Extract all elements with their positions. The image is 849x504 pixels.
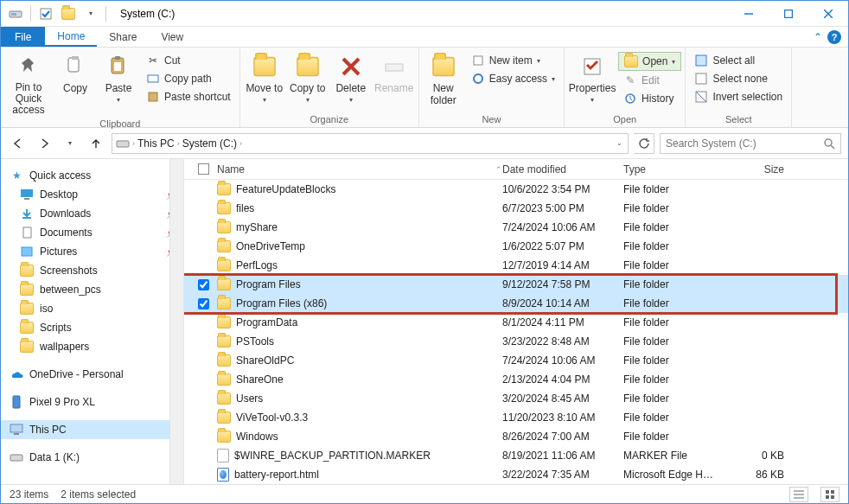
new-folder-button[interactable]: New folder — [423, 49, 464, 106]
table-row[interactable]: ProgramData8/1/2024 4:11 PMFile folder — [184, 313, 848, 332]
cut-button[interactable]: ✂Cut — [141, 52, 236, 69]
rename-button[interactable]: Rename — [373, 49, 415, 94]
sidebar-data1[interactable]: Data 1 (K:) — [1, 448, 183, 467]
col-type[interactable]: Type — [623, 163, 727, 175]
select-all-checkbox[interactable] — [198, 163, 209, 175]
home-tab[interactable]: Home — [45, 27, 97, 47]
svg-rect-24 — [117, 141, 129, 147]
properties-button[interactable]: Properties▾ — [568, 49, 616, 104]
copy-icon — [61, 53, 89, 80]
new-item-button[interactable]: New item ▾ — [466, 52, 560, 69]
qat-folder-icon[interactable] — [59, 4, 78, 23]
breadcrumb-drive[interactable]: System (C:) — [182, 137, 237, 150]
help-icon[interactable]: ? — [827, 30, 841, 44]
address-bar[interactable]: › This PC › System (C:) › ⌄ — [112, 133, 629, 154]
history-button[interactable]: History — [618, 90, 681, 107]
table-row[interactable]: PSTools3/23/2022 8:48 AMFile folder — [184, 332, 848, 351]
table-row[interactable]: battery-report.html3/22/2024 7:35 AMMicr… — [184, 465, 848, 484]
recent-button[interactable]: ▾ — [60, 133, 80, 154]
row-type: File folder — [623, 373, 727, 386]
refresh-button[interactable] — [634, 133, 654, 154]
search-box[interactable] — [660, 133, 841, 154]
delete-button[interactable]: Delete▾ — [330, 49, 372, 104]
view-tab[interactable]: View — [149, 27, 195, 47]
back-button[interactable] — [8, 133, 29, 154]
table-row[interactable]: ShareOldPC7/24/2024 10:06 AMFile folder — [184, 351, 848, 370]
row-checkbox[interactable] — [198, 279, 209, 290]
maximize-button[interactable] — [769, 1, 808, 27]
sidebar-onedrive[interactable]: OneDrive - Personal — [1, 365, 183, 384]
svg-rect-22 — [696, 73, 706, 84]
breadcrumb-thispc[interactable]: This PC — [137, 137, 175, 150]
easy-access-button[interactable]: Easy access ▾ — [466, 70, 560, 87]
sidebar-scripts[interactable]: Scripts — [1, 318, 183, 337]
col-size[interactable]: Size — [727, 163, 796, 175]
new-group-label: New — [423, 112, 560, 127]
invert-selection-button[interactable]: Invert selection — [689, 88, 788, 105]
table-row[interactable]: Program Files9/12/2024 7:58 PMFile folde… — [184, 275, 848, 294]
thumbnails-view-button[interactable] — [820, 487, 839, 502]
statusbar: 23 items 2 items selected — [1, 484, 848, 503]
col-date[interactable]: Date modified — [502, 163, 623, 175]
svg-rect-4 — [785, 10, 793, 17]
sidebar-thispc[interactable]: This PC — [1, 420, 183, 439]
paste-button[interactable]: Paste ▾ — [98, 49, 139, 104]
edit-button[interactable]: ✎Edit — [618, 72, 681, 89]
open-group-label: Open — [568, 112, 681, 127]
sidebar-documents[interactable]: Documents📌 — [1, 223, 183, 242]
move-to-button[interactable]: Move to▾ — [244, 49, 285, 104]
sidebar-pictures[interactable]: Pictures📌 — [1, 242, 183, 261]
close-button[interactable] — [808, 1, 848, 27]
sidebar-iso[interactable]: iso — [1, 299, 183, 318]
sidebar-scrollbar[interactable] — [169, 159, 183, 484]
folder-icon — [217, 259, 231, 271]
table-row[interactable]: $WINRE_BACKUP_PARTITION.MARKER8/19/2021 … — [184, 446, 848, 465]
select-none-button[interactable]: Select none — [689, 70, 788, 87]
qat-drive-icon[interactable] — [6, 4, 25, 23]
copy-to-button[interactable]: Copy to▾ — [287, 49, 329, 104]
sidebar-pixel[interactable]: Pixel 9 Pro XL — [1, 392, 183, 411]
qat-properties-checkbox-icon[interactable] — [36, 4, 55, 23]
pin-to-quick-access-button[interactable]: Pin to Quick access — [4, 49, 53, 117]
row-type: File folder — [623, 411, 727, 424]
table-row[interactable]: FeatureUpdateBlocks10/6/2022 3:54 PMFile… — [184, 180, 848, 199]
sidebar-between-pcs[interactable]: between_pcs — [1, 280, 183, 299]
row-date: 8/1/2024 4:11 PM — [502, 316, 623, 329]
ribbon-collapse-icon[interactable]: ⌃ — [814, 31, 822, 43]
organize-group-label: Organize — [244, 112, 415, 127]
table-row[interactable]: files6/7/2023 5:00 PMFile folder — [184, 199, 848, 218]
col-name[interactable]: Name ⌃ — [217, 163, 502, 175]
cut-icon: ✂ — [146, 54, 160, 67]
drive-icon — [116, 137, 130, 150]
row-date: 1/6/2022 5:07 PM — [502, 240, 623, 252]
table-row[interactable]: ViVeTool-v0.3.311/20/2023 8:10 AMFile fo… — [184, 408, 848, 427]
row-checkbox[interactable] — [198, 298, 209, 309]
table-row[interactable]: PerfLogs12/7/2019 4:14 AMFile folder — [184, 256, 848, 275]
up-button[interactable] — [86, 133, 106, 154]
table-row[interactable]: Program Files (x86)8/9/2024 10:14 AMFile… — [184, 294, 848, 313]
sidebar-screenshots[interactable]: Screenshots — [1, 261, 183, 280]
sidebar-quick-access[interactable]: ★Quick access — [1, 166, 183, 185]
select-all-button[interactable]: Select all — [689, 52, 788, 69]
paste-shortcut-button[interactable]: Paste shortcut — [141, 88, 236, 105]
search-input[interactable] — [666, 137, 818, 150]
table-row[interactable]: Windows8/26/2024 7:00 AMFile folder — [184, 427, 848, 446]
table-row[interactable]: ShareOne2/13/2024 4:04 PMFile folder — [184, 370, 848, 389]
table-row[interactable]: OneDriveTemp1/6/2022 5:07 PMFile folder — [184, 237, 848, 256]
forward-button[interactable] — [34, 133, 54, 154]
sidebar-downloads[interactable]: Downloads📌 — [1, 204, 183, 223]
qat-dropdown-icon[interactable]: ▾ — [81, 4, 100, 23]
copy-path-button[interactable]: Copy path — [141, 70, 236, 87]
downloads-icon — [20, 207, 34, 220]
table-row[interactable]: myShare7/24/2024 10:06 AMFile folder — [184, 218, 848, 237]
address-dropdown-icon[interactable]: ⌄ — [616, 139, 622, 147]
sidebar-desktop[interactable]: Desktop📌 — [1, 185, 183, 204]
share-tab[interactable]: Share — [97, 27, 149, 47]
minimize-button[interactable] — [729, 1, 769, 27]
file-tab[interactable]: File — [1, 27, 45, 47]
details-view-button[interactable] — [789, 487, 808, 502]
sidebar-wallpapers[interactable]: wallpapers — [1, 337, 183, 356]
table-row[interactable]: Users3/20/2024 8:45 AMFile folder — [184, 389, 848, 408]
copy-button[interactable]: Copy — [54, 49, 96, 94]
open-button[interactable]: Open ▾ — [618, 52, 681, 71]
